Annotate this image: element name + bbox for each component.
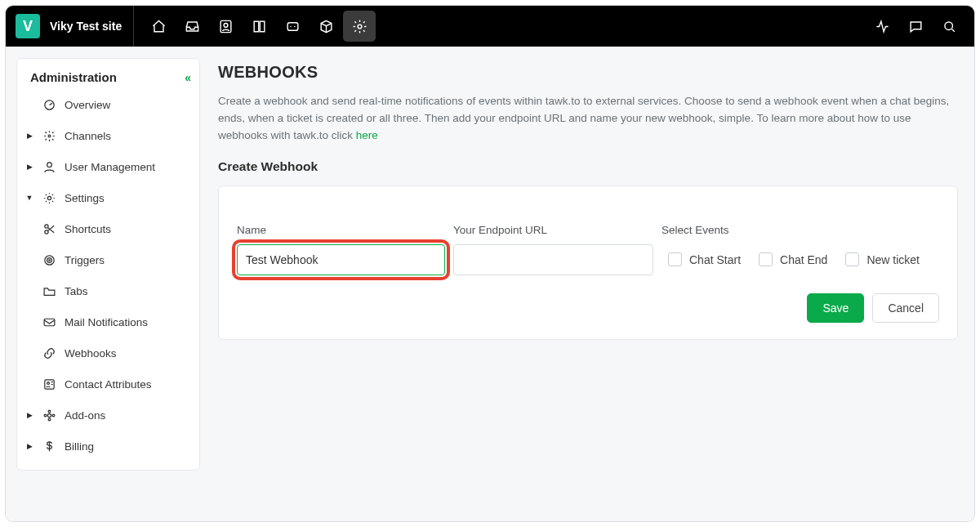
svg-point-20 — [44, 414, 47, 417]
contact-attributes-icon — [42, 377, 56, 391]
chevron-down-icon: ▼ — [25, 194, 33, 202]
link-icon — [42, 346, 56, 360]
select-events-label: Select Events — [662, 224, 939, 236]
sidebar-item-channels[interactable]: ▶ Channels — [17, 120, 199, 151]
sidebar-item-webhooks[interactable]: Webhooks — [17, 337, 199, 368]
scissors-icon — [42, 221, 56, 236]
sidebar-item-mail-notifications[interactable]: Mail Notifications — [17, 306, 199, 337]
search-icon[interactable] — [933, 11, 966, 42]
event-chat-end-checkbox[interactable]: Chat End — [759, 252, 827, 266]
sidebar-item-label: Mail Notifications — [65, 316, 148, 328]
sidebar-item-contact-attributes[interactable]: Contact Attributes — [17, 368, 199, 400]
svg-point-1 — [224, 23, 228, 27]
learn-more-link[interactable]: here — [356, 129, 378, 141]
sidebar-item-label: Channels — [65, 130, 111, 142]
brand-site-name: Viky Test site — [50, 20, 122, 33]
name-input[interactable] — [237, 244, 445, 275]
overview-icon — [42, 97, 56, 112]
package-icon[interactable] — [310, 11, 342, 42]
svg-point-23 — [48, 418, 51, 421]
section-title: Create Webhook — [218, 159, 958, 174]
dollar-icon — [42, 439, 56, 453]
cancel-button[interactable]: Cancel — [872, 293, 939, 323]
save-button[interactable]: Save — [807, 293, 864, 323]
svg-point-9 — [47, 162, 51, 167]
page-title: WEBHOOKS — [218, 63, 958, 82]
create-webhook-card: Name Your Endpoint URL Select Events — [218, 185, 958, 340]
collapse-sidebar-icon[interactable]: « — [185, 71, 188, 84]
settings-icon[interactable] — [343, 11, 376, 42]
top-nav-left — [134, 6, 376, 47]
brand-area[interactable]: V Viky Test site — [6, 6, 134, 47]
page-description-text: Create a webhook and send real-time noti… — [218, 95, 949, 141]
user-icon — [42, 159, 56, 174]
page-description: Create a webhook and send real-time noti… — [218, 93, 958, 145]
sidebar-item-billing[interactable]: ▶ Billing — [17, 431, 199, 462]
sidebar-item-label: Webhooks — [65, 347, 117, 360]
checkbox-label: New ticket — [866, 253, 920, 266]
sidebar-item-label: Billing — [65, 440, 94, 453]
sidebar-item-label: User Management — [65, 161, 155, 173]
svg-point-5 — [358, 25, 362, 29]
svg-point-10 — [47, 196, 51, 199]
sidebar-item-settings[interactable]: ▼ Settings — [17, 182, 199, 213]
main-content: WEBHOOKS Create a webhook and send real-… — [200, 58, 974, 521]
sidebar-item-tabs[interactable]: Tabs — [17, 275, 199, 306]
channels-icon — [42, 128, 56, 143]
chevron-right-icon: ▶ — [25, 132, 33, 140]
gear-icon — [42, 190, 56, 205]
sidebar-item-addons[interactable]: ▶ Add-ons — [17, 400, 199, 431]
svg-point-4 — [294, 25, 296, 27]
target-icon — [42, 252, 56, 267]
name-label: Name — [237, 224, 445, 236]
svg-point-19 — [47, 413, 51, 417]
chat-icon[interactable] — [900, 11, 933, 42]
sidebar-item-label: Triggers — [65, 254, 105, 266]
endpoint-url-input[interactable] — [453, 244, 653, 275]
event-chat-start-checkbox[interactable]: Chat Start — [668, 252, 741, 266]
sidebar-item-triggers[interactable]: Triggers — [17, 244, 199, 275]
svg-point-8 — [48, 135, 51, 137]
chatbot-icon[interactable] — [276, 11, 309, 42]
endpoint-url-label: Your Endpoint URL — [453, 224, 653, 236]
inbox-icon[interactable] — [176, 11, 208, 42]
home-icon[interactable] — [142, 11, 175, 42]
svg-point-6 — [945, 21, 953, 29]
svg-point-14 — [47, 257, 51, 262]
sidebar-item-label: Add-ons — [65, 409, 105, 422]
sidebar-item-shortcuts[interactable]: Shortcuts — [17, 213, 199, 244]
activity-icon[interactable] — [866, 11, 899, 42]
svg-point-3 — [290, 25, 292, 27]
sidebar-item-label: Contact Attributes — [65, 378, 152, 391]
brand-logo: V — [16, 14, 40, 38]
sidebar-item-label: Tabs — [65, 285, 88, 297]
sidebar-item-overview[interactable]: Overview — [17, 89, 199, 120]
svg-rect-16 — [44, 319, 55, 326]
svg-point-13 — [44, 255, 53, 264]
addons-icon — [42, 408, 56, 422]
svg-point-21 — [52, 414, 55, 417]
checkbox-icon — [668, 252, 682, 266]
contacts-icon[interactable] — [209, 11, 242, 42]
svg-point-18 — [47, 382, 49, 384]
svg-point-22 — [48, 410, 51, 413]
checkbox-label: Chat Start — [689, 253, 741, 266]
sidebar-title: Administration — [30, 70, 117, 84]
folder-icon — [42, 284, 56, 298]
mail-icon — [42, 315, 56, 329]
checkbox-icon — [759, 252, 773, 266]
svg-point-15 — [48, 259, 49, 260]
checkbox-label: Chat End — [780, 253, 827, 266]
sidebar-item-label: Settings — [65, 192, 105, 204]
top-nav-right — [866, 11, 974, 42]
chevron-right-icon: ▶ — [25, 411, 33, 419]
checkbox-icon — [845, 252, 859, 266]
topbar: V Viky Test site — [6, 6, 974, 47]
sidebar-item-label: Overview — [65, 99, 110, 111]
event-new-ticket-checkbox[interactable]: New ticket — [845, 252, 920, 266]
sidebar-item-user-management[interactable]: ▶ User Management — [17, 151, 199, 182]
sidebar: Administration « Overview ▶ — [16, 58, 200, 471]
sidebar-item-label: Shortcuts — [65, 223, 111, 235]
chevron-right-icon: ▶ — [25, 163, 33, 171]
knowledge-base-icon[interactable] — [243, 11, 275, 42]
